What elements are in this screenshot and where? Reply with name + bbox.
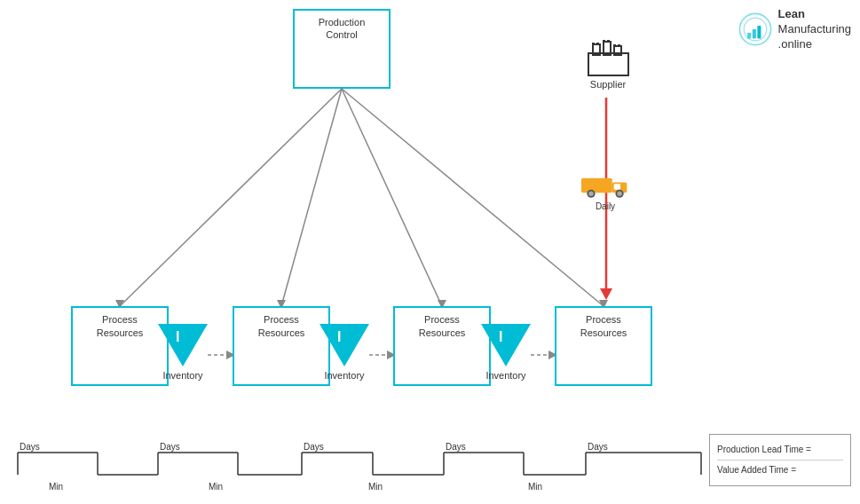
process-box-4-label: Process Resources: [580, 313, 627, 341]
svg-rect-58: [603, 40, 605, 43]
svg-rect-52: [588, 53, 628, 75]
process-box-4: Process Resources: [555, 306, 652, 386]
svg-text:Days: Days: [588, 442, 608, 452]
production-control-box: Production Control: [293, 9, 391, 89]
inventory-triangle-2: [320, 324, 369, 366]
svg-rect-57: [596, 43, 599, 45]
svg-point-66: [588, 192, 594, 197]
inventory-1-label: Inventory: [162, 370, 202, 381]
factory-icon: [584, 37, 633, 77]
logo-area: Lean Manufacturing .online: [738, 7, 851, 52]
svg-text:Min: Min: [368, 482, 383, 492]
svg-line-0: [120, 89, 342, 306]
process-box-2-label: Process Resources: [258, 313, 305, 341]
svg-marker-18: [600, 288, 612, 300]
truck-area: Daily: [571, 173, 640, 211]
value-added-time-row: Value Added Time =: [717, 461, 843, 480]
process-box-3: Process Resources: [393, 306, 491, 386]
svg-line-4: [342, 89, 442, 306]
svg-rect-56: [592, 43, 595, 45]
inventory-triangle-1: [158, 324, 208, 366]
svg-rect-61: [618, 44, 620, 47]
svg-line-6: [342, 89, 604, 306]
process-box-1: Process Resources: [71, 306, 169, 386]
svg-point-68: [617, 192, 622, 197]
lead-time-box: Production Lead Time = Value Added Time …: [709, 434, 851, 486]
svg-rect-50: [752, 29, 755, 38]
svg-text:Days: Days: [446, 442, 466, 452]
svg-text:Min: Min: [209, 482, 223, 492]
svg-rect-64: [613, 184, 619, 189]
inventory-3: Inventory: [481, 324, 531, 381]
process-box-3-label: Process Resources: [419, 313, 466, 341]
inventory-3-label: Inventory: [485, 370, 525, 381]
supplier-label: Supplier: [590, 79, 626, 90]
svg-rect-49: [747, 33, 751, 38]
production-lead-time-row: Production Lead Time =: [717, 440, 843, 461]
svg-text:Days: Days: [20, 442, 40, 452]
diagram-lines: Days Days Days Days Days Min Min Min Min: [0, 0, 860, 504]
main-canvas: Days Days Days Days Days Min Min Min Min…: [0, 0, 860, 504]
inventory-2-label: Inventory: [324, 370, 364, 381]
process-box-2: Process Resources: [233, 306, 330, 386]
svg-rect-51: [757, 26, 761, 38]
logo-icon: [738, 12, 773, 47]
svg-text:Min: Min: [49, 482, 63, 492]
svg-line-2: [281, 89, 342, 306]
process-box-1-label: Process Resources: [97, 313, 144, 341]
svg-text:Days: Days: [304, 442, 324, 452]
inventory-2: Inventory: [320, 324, 369, 381]
svg-rect-60: [613, 44, 616, 47]
supplier-area: Supplier: [569, 37, 647, 90]
inventory-triangle-3: [481, 324, 531, 366]
truck-label: Daily: [596, 201, 615, 211]
logo-text: Lean Manufacturing .online: [778, 7, 851, 52]
svg-text:Days: Days: [160, 442, 180, 452]
truck-icon: [581, 173, 630, 200]
production-control-label: Production Control: [319, 16, 366, 42]
svg-rect-59: [607, 40, 610, 43]
svg-rect-62: [581, 178, 612, 193]
inventory-1: Inventory: [158, 324, 208, 381]
svg-text:Min: Min: [528, 482, 542, 492]
